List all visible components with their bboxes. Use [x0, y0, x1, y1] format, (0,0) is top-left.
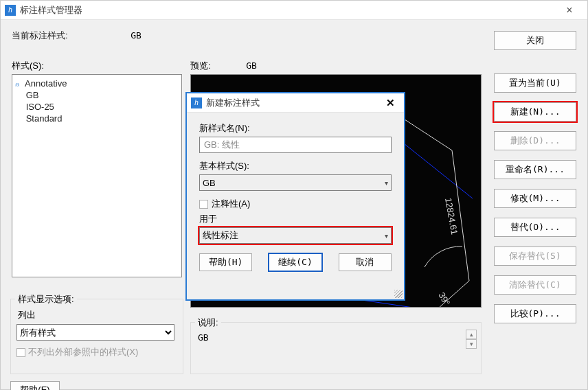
- description-legend: 说明:: [195, 317, 221, 329]
- current-style-row: 当前标注样式: GB: [12, 30, 576, 42]
- new-dimstyle-dialog: h 新建标注样式 ✕ 新样式名(N): GB: 线性 基本样式(S): GB ▾…: [186, 93, 405, 300]
- app-icon: h: [5, 5, 16, 16]
- description-group: 说明: GB ▴ ▾: [190, 322, 482, 374]
- new-name-value: GB: 线性: [204, 139, 240, 150]
- new-button[interactable]: 新建(N)...: [494, 102, 576, 122]
- annotative-checkbox-row[interactable]: 注释性(A): [199, 198, 392, 210]
- continue-button[interactable]: 继续(C): [269, 253, 321, 271]
- list-item[interactable]: ⍝Annotative: [14, 78, 180, 89]
- modal-titlebar: h 新建标注样式 ✕: [187, 93, 404, 113]
- dimension-style-manager-window: h 标注样式管理器 × 当前标注样式: GB 样式(S): ⍝Annotativ…: [0, 0, 588, 390]
- preview-label: 预览:: [190, 60, 211, 71]
- modal-button-row: 帮助(H) 继续(C) 取消: [199, 253, 392, 271]
- base-style-value: GB: [203, 178, 216, 188]
- display-options-group: 样式显示选项: 列出 所有样式 不列出外部参照中的样式(X): [10, 299, 183, 374]
- current-style-value: GB: [131, 30, 142, 41]
- spinner-down-icon[interactable]: ▾: [466, 339, 477, 349]
- angle-text: 39°: [436, 290, 452, 308]
- new-name-label: 新样式名(N):: [199, 122, 392, 135]
- description-spinner[interactable]: ▴ ▾: [466, 330, 477, 349]
- close-button[interactable]: 关闭: [494, 31, 576, 50]
- used-for-value: 线性标注: [203, 229, 238, 242]
- list-item[interactable]: GB: [14, 89, 180, 101]
- right-button-column: 置为当前(U) 新建(N)... 删除(D)... 重命名(R)... 修改(M…: [494, 73, 576, 323]
- set-current-button[interactable]: 置为当前(U): [494, 73, 576, 93]
- list-item[interactable]: Standard: [14, 113, 180, 124]
- chevron-down-icon: ▾: [385, 232, 388, 240]
- checkbox-icon[interactable]: [16, 348, 25, 357]
- modal-close-icon[interactable]: ✕: [381, 97, 400, 109]
- modify-button[interactable]: 修改(M)...: [494, 189, 576, 208]
- window-title: 标注样式管理器: [20, 4, 556, 16]
- list-item-label: Standard: [26, 113, 63, 124]
- help-button[interactable]: 帮助(E): [10, 381, 60, 390]
- save-override-button[interactable]: 保存替代(S): [494, 246, 576, 266]
- xref-checkbox-row[interactable]: 不列出外部参照中的样式(X): [16, 346, 177, 358]
- chevron-down-icon: ▾: [385, 179, 388, 187]
- styles-label: 样式(S):: [12, 60, 182, 72]
- description-value: GB: [198, 332, 474, 343]
- checkbox-icon[interactable]: [199, 200, 208, 209]
- styles-list[interactable]: ⍝Annotative GB ISO-25 Standard: [12, 74, 182, 277]
- delete-button[interactable]: 删除(D)...: [494, 131, 576, 150]
- styles-panel: 样式(S): ⍝Annotative GB ISO-25 Standard: [12, 60, 182, 277]
- list-filter-select[interactable]: 所有样式: [16, 324, 174, 341]
- xref-checkbox-label: 不列出外部参照中的样式(X): [28, 346, 138, 358]
- body: 当前标注样式: GB 样式(S): ⍝Annotative GB ISO-25 …: [1, 20, 587, 60]
- list-label: 列出: [18, 309, 177, 321]
- preview-label-row: 预览: GB: [190, 60, 482, 72]
- list-item[interactable]: ISO-25: [14, 101, 180, 113]
- app-icon: h: [191, 98, 202, 108]
- list-item-label: GB: [26, 90, 39, 100]
- used-for-label: 用于: [199, 213, 392, 225]
- used-for-select[interactable]: 线性标注 ▾: [199, 227, 392, 244]
- new-name-input[interactable]: GB: 线性: [199, 137, 392, 153]
- titlebar: h 标注样式管理器 ×: [1, 1, 587, 20]
- base-style-label: 基本样式(S):: [199, 160, 392, 172]
- list-item-label: Annotative: [25, 78, 67, 89]
- list-item-label: ISO-25: [26, 102, 54, 112]
- compare-button[interactable]: 比较(P)...: [494, 304, 576, 323]
- annotative-label: 注释性(A): [212, 198, 250, 210]
- modal-title: 新建标注样式: [206, 97, 381, 109]
- preview-style-name: GB: [246, 60, 257, 71]
- spinner-up-icon[interactable]: ▴: [466, 330, 477, 339]
- resize-grip-icon[interactable]: [394, 290, 403, 298]
- cancel-button[interactable]: 取消: [339, 253, 392, 271]
- modal-body: 新样式名(N): GB: 线性 基本样式(S): GB ▾ 注释性(A) 用于 …: [187, 113, 404, 278]
- override-button[interactable]: 替代(O)...: [494, 218, 576, 237]
- annotative-icon: ⍝: [15, 80, 23, 88]
- base-style-select[interactable]: GB ▾: [199, 174, 392, 191]
- clear-override-button[interactable]: 清除替代(C): [494, 275, 576, 295]
- close-icon[interactable]: ×: [556, 4, 583, 16]
- display-options-legend: 样式显示选项:: [15, 293, 77, 306]
- modal-help-button[interactable]: 帮助(H): [199, 253, 252, 271]
- rename-button[interactable]: 重命名(R)...: [494, 160, 576, 179]
- dim-text: 12824.61: [443, 197, 460, 236]
- current-style-label: 当前标注样式:: [12, 30, 68, 41]
